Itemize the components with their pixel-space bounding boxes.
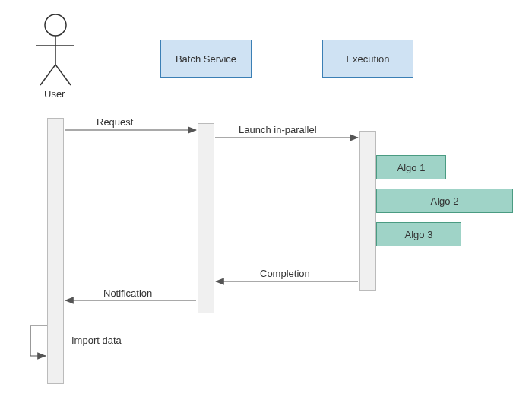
sequence-diagram: User Batch Service Execution Algo 1 Algo… (0, 0, 532, 397)
message-import-data-label: Import data (71, 335, 122, 346)
message-request-label: Request (97, 116, 133, 128)
message-launch-label: Launch in-parallel (239, 124, 317, 135)
message-completion-label: Completion (260, 268, 310, 279)
message-notification-label: Notification (103, 287, 152, 299)
arrow-import-data (30, 326, 47, 356)
